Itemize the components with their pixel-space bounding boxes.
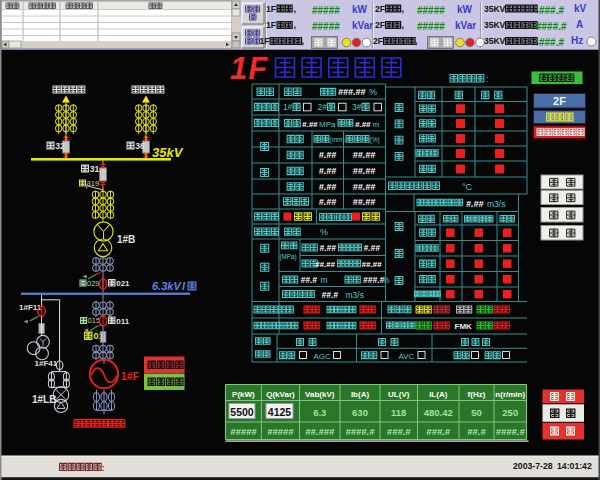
svg-text:kVar: kVar [352,20,373,31]
svg-text:kVar: kVar [455,20,476,31]
svg-text:kW: kW [352,4,368,15]
svg-text:36: 36 [135,141,145,151]
svg-text:118: 118 [391,407,406,418]
svg-text:35kV: 35kV [152,145,184,160]
svg-text:015: 015 [88,316,101,325]
svg-text:2F: 2F [375,4,385,14]
svg-text:###.#: ###.# [539,37,564,48]
svg-text:(mm): (mm) [330,136,345,144]
svg-text:##.##: ##.## [353,166,376,176]
svg-text:kW: kW [457,4,473,15]
svg-text:FMK: FMK [455,322,473,331]
svg-text:4125: 4125 [268,406,292,418]
svg-text:Vab(kV): Vab(kV) [305,390,335,399]
svg-text:#####: ##### [312,5,340,16]
svg-text:,: , [415,36,418,46]
svg-text:,: , [402,4,405,14]
svg-text:%: % [320,227,328,237]
svg-text:1F: 1F [266,4,276,14]
svg-text:n(r/min): n(r/min) [495,390,525,399]
svg-text:#.##: #.## [319,197,337,207]
svg-text:,: , [294,4,297,14]
svg-text:#.##: #.## [319,166,337,176]
svg-text:m: m [321,275,328,285]
svg-text:##.#: ##.# [322,290,339,300]
svg-text:####.#: ####.# [536,21,567,32]
svg-text:6.3kV: 6.3kV [152,280,182,292]
svg-text:#.##: #.## [364,243,381,253]
svg-text:1F: 1F [260,36,270,46]
svg-text:####.#: ####.# [496,426,526,437]
svg-text:##.##: ##.## [362,260,383,269]
svg-text:35KV: 35KV [484,36,506,46]
svg-text:6.3: 6.3 [313,407,326,418]
svg-text:%: % [369,87,377,97]
svg-text:m3/s: m3/s [346,290,364,300]
svg-text:#.##: #.## [355,120,371,129]
svg-text:2#: 2# [318,102,328,112]
svg-text::: : [102,463,105,473]
svg-text:14:01:42: 14:01:42 [557,461,592,471]
svg-text:##.#: ##.# [467,426,486,437]
svg-text:1F: 1F [230,51,268,86]
svg-text:IL(A): IL(A) [429,390,448,399]
svg-text:##.#: ##.# [301,275,318,285]
svg-text:#.##: #.## [319,182,337,192]
svg-text:##.##: ##.## [353,182,376,192]
svg-text:###.##: ###.## [338,87,366,97]
svg-text:#.##: #.## [302,120,318,129]
svg-text:630: 630 [352,407,368,418]
svg-text:MPa: MPa [319,120,336,129]
svg-text:029: 029 [87,279,100,288]
svg-text:UL(V): UL(V) [388,390,410,399]
svg-text:Q(kVar): Q(kVar) [266,390,295,399]
svg-text:#.##: #.## [319,150,337,160]
svg-text:#####: ##### [230,426,257,437]
svg-text::: : [486,74,489,84]
svg-text:2F: 2F [375,20,385,30]
svg-text:32: 32 [55,141,65,151]
svg-text:1F: 1F [266,20,276,30]
svg-text:m3/s: m3/s [487,199,505,209]
svg-text:1#: 1# [283,102,293,112]
svg-text:P(kW): P(kW) [232,390,255,399]
svg-text:021: 021 [116,279,130,288]
svg-text:#####: ##### [417,5,445,16]
svg-text:50: 50 [471,407,482,418]
svg-text:f(Hz): f(Hz) [468,390,486,399]
svg-text:###.#: ###.# [426,426,450,437]
svg-text:##.##: ##.## [353,150,376,160]
svg-text:31: 31 [90,164,100,174]
svg-text:(%): (%) [370,136,380,144]
svg-text:###.#: ###.# [539,5,564,16]
svg-text:###.#: ###.# [387,426,411,437]
svg-text:#####: ##### [267,426,294,437]
svg-text:####.#: ####.# [345,426,375,437]
svg-text:##.###: ##.### [305,426,335,437]
svg-text:1#F: 1#F [121,370,140,382]
svg-text:35KV: 35KV [484,4,506,14]
svg-text:35KV: 35KV [484,20,506,30]
svg-text:,: , [294,20,297,30]
svg-text:,: , [402,20,405,30]
svg-text:A: A [576,19,583,30]
svg-text:5500: 5500 [230,406,254,418]
svg-text:#####: ##### [417,21,445,32]
svg-text:Hz: Hz [571,35,583,46]
svg-text:,: , [302,36,305,46]
svg-text:AVC: AVC [399,352,415,361]
svg-text:3#: 3# [352,102,362,112]
svg-text:480.42: 480.42 [424,407,453,418]
svg-text:AGC: AGC [314,352,332,361]
svg-text:m: m [373,120,380,129]
svg-text:#.##: #.## [320,243,337,253]
svg-text:250: 250 [502,407,518,418]
svg-text:2003-7-28: 2003-7-28 [513,461,553,471]
svg-text:2F: 2F [373,36,383,46]
svg-text:1#F41: 1#F41 [35,359,58,368]
svg-text:°C: °C [462,182,473,192]
svg-text:(MPa): (MPa) [280,253,297,261]
svg-text:2F: 2F [553,95,566,107]
svg-text:#.##: #.## [466,199,484,209]
svg-text:1#LB: 1#LB [32,394,56,405]
